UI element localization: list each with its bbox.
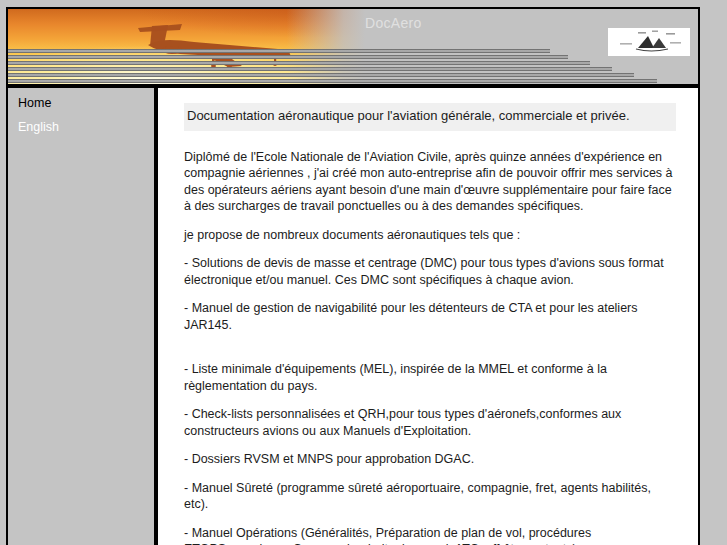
decorative-stripe: [8, 55, 568, 59]
intro-paragraph: Diplômé de l'Ecole Nationale de l'Aviati…: [184, 149, 676, 215]
services-lead-paragraph: je propose de nombreux documents aéronau…: [184, 227, 676, 244]
decorative-stripe: [8, 73, 634, 77]
header-banner: DocAero: [6, 7, 700, 86]
decorative-stripe: [8, 49, 550, 53]
sidebar-item-english[interactable]: English: [18, 120, 154, 134]
list-item-operations: - Manuel Opérations (Généralités, Prépar…: [184, 525, 676, 545]
list-item-dmc: - Solutions de devis de masse et centrag…: [184, 255, 676, 288]
sidebar-nav: Home English: [6, 86, 156, 545]
main-content: Documentation aéronautique pour l'aviati…: [156, 86, 700, 545]
site-title: DocAero: [365, 15, 422, 31]
page-headline: Documentation aéronautique pour l'aviati…: [184, 103, 676, 131]
decorative-stripe: [8, 61, 590, 65]
list-item-operations-line1: - Manuel Opérations (Généralités, Prépar…: [184, 526, 591, 540]
open-book-icon: [608, 28, 690, 56]
docaero-homepage: DocAero Home English Documentation aé: [0, 0, 727, 545]
list-item-rvsm: - Dossiers RVSM et MNPS pour approbation…: [184, 451, 676, 468]
list-item-navigabilite: - Manuel de gestion de navigabilité pour…: [184, 300, 676, 333]
list-item-surete: - Manuel Sûreté (programme sûreté aéropo…: [184, 480, 676, 513]
list-item-mel: - Liste minimale d'équipements (MEL), in…: [184, 361, 676, 394]
sidebar-item-home[interactable]: Home: [18, 96, 154, 110]
list-item-checklists: - Check-lists personnalisées et QRH,pour…: [184, 406, 676, 439]
publisher-logo: [608, 28, 690, 56]
decorative-stripe: [8, 79, 657, 83]
decorative-stripe: [8, 67, 612, 71]
